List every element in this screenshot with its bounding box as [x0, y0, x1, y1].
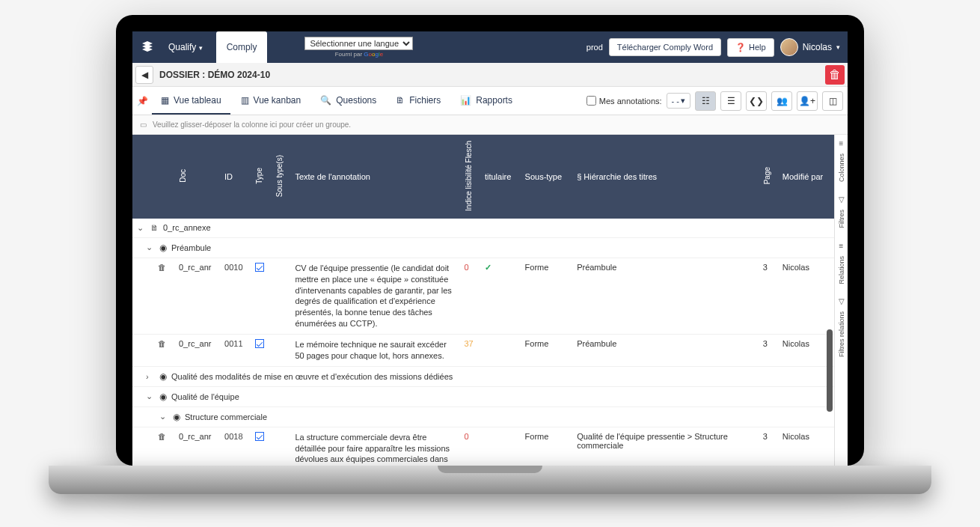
tab-fichiers[interactable]: 🗎 Fichiers: [387, 88, 450, 115]
tree-icon: ☷: [702, 96, 710, 106]
col-actions[interactable]: [153, 135, 174, 219]
navbar: Qualify ▾ Comply Sélectionner une langue…: [132, 31, 848, 63]
group-qualite-modalites-label: Qualité des modalités de mise en œuvre e…: [171, 372, 453, 381]
delete-button[interactable]: 🗑: [825, 65, 845, 85]
language-selector-wrap: Sélectionner une langue Fourni par Googl…: [304, 37, 413, 58]
file-icon: 🗎: [150, 223, 159, 232]
cell-page: 3: [759, 335, 778, 367]
chevron-right-icon[interactable]: ›: [146, 372, 155, 381]
tab-fichiers-label: Fichiers: [409, 95, 441, 106]
tab-vue-tableau-label: Vue tableau: [174, 95, 221, 106]
trash-icon[interactable]: 🗑: [158, 339, 166, 348]
tab-rapports-label: Rapports: [476, 95, 512, 106]
chevron-down-icon[interactable]: ⌄: [159, 412, 168, 421]
cell-doc: 0_rc_anr: [174, 258, 220, 334]
group-root-label: 0_rc_annexe: [163, 223, 211, 232]
group-root[interactable]: ⌄ 🗎 0_rc_annexe: [132, 219, 834, 238]
annotation-filter-select[interactable]: - - ▾: [667, 93, 690, 109]
col-doc[interactable]: Doc: [174, 135, 220, 219]
tab-rapports[interactable]: 📊 Rapports: [451, 88, 521, 115]
cell-hier: Préambule: [572, 258, 759, 334]
target-icon: ◉: [159, 392, 167, 402]
cell-soustype: Forme: [521, 258, 573, 334]
help-label: Help: [749, 43, 766, 52]
col-titulaire[interactable]: titulaire: [480, 135, 521, 219]
view-tabs-right: Mes annotations: - - ▾ ☷ ☰ ❮❯ 👥: [587, 91, 843, 111]
col-hier[interactable]: § Hiérarchie des titres: [572, 135, 759, 219]
group-qualite-equipe[interactable]: ⌄ ◉ Qualité de l'équipe: [132, 386, 834, 406]
cell-mod: Nicolas: [778, 427, 834, 466]
col-type[interactable]: Type: [251, 135, 271, 219]
chevron-down-icon: ▾: [836, 43, 840, 51]
nav-qualify[interactable]: Qualify ▾: [162, 37, 209, 57]
col-soustype[interactable]: Sous-type: [521, 135, 573, 219]
group-structure-commerciale[interactable]: ⌄ ◉ Structure commerciale: [132, 406, 834, 427]
group-drop-row[interactable]: ▭ Veuillez glisser-déposer la colonne ic…: [132, 115, 848, 135]
chevron-down-icon[interactable]: ⌄: [146, 243, 155, 252]
language-provider: Fourni par Google: [335, 51, 384, 58]
my-annotations-checkbox[interactable]: Mes annotations:: [587, 96, 662, 106]
rail-relations[interactable]: ≡ Relations: [838, 242, 845, 287]
view-mode-list-button[interactable]: ☰: [720, 91, 741, 111]
cell-hier: Qualité de l'équipe pressentie > Structu…: [572, 427, 759, 466]
rail-relations-label: Relations: [838, 253, 845, 287]
tab-questions[interactable]: 🔍 Questions: [311, 88, 385, 115]
trash-icon[interactable]: 🗑: [158, 263, 166, 272]
target-icon: ◉: [159, 371, 167, 382]
language-selector[interactable]: Sélectionner une langue: [304, 37, 413, 50]
grid-icon: ▦: [161, 95, 169, 106]
layout-icon: ◫: [829, 96, 837, 106]
col-page[interactable]: Page: [759, 135, 778, 219]
cell-flesch: 0: [465, 432, 469, 441]
navbar-right: prod Télécharger Comply Word ❓ Help Nico…: [587, 38, 840, 57]
view-mode-tree-button[interactable]: ☷: [695, 91, 716, 111]
user-menu[interactable]: Nicolas ▾: [780, 38, 840, 56]
col-soustypes[interactable]: Sous type(s): [271, 135, 290, 219]
nav-comply[interactable]: Comply: [216, 31, 268, 63]
trash-icon[interactable]: 🗑: [158, 432, 166, 441]
col-texte[interactable]: Texte de l'annotation: [290, 135, 459, 219]
help-button[interactable]: ❓ Help: [727, 38, 774, 57]
group-icon: ▭: [140, 121, 147, 129]
users-button[interactable]: 👥: [771, 91, 792, 111]
rail-colonnes[interactable]: ≡ Colonnes: [838, 139, 845, 185]
col-id[interactable]: ID: [220, 135, 251, 219]
relations-icon: ≡: [839, 242, 844, 250]
group-structure-commerciale-label: Structure commerciale: [185, 412, 267, 421]
table-wrapper[interactable]: Doc ID Type Sous type(s) Texte de l'anno…: [132, 135, 834, 466]
my-annotations-input[interactable]: [587, 96, 596, 106]
group-qualite-equipe-label: Qualité de l'équipe: [171, 392, 239, 401]
chart-icon: 📊: [460, 95, 471, 106]
group-preambule[interactable]: ⌄ ◉ Préambule: [132, 237, 834, 258]
search-icon: 🔍: [320, 95, 331, 106]
chevron-down-icon: ▾: [199, 44, 203, 52]
add-user-button[interactable]: 👤+: [797, 91, 818, 111]
side-rail: ≡ Colonnes ▽ Filtres ≡ Relations ▽ Filtr…: [834, 135, 848, 466]
funnel-icon: ▽: [839, 297, 845, 305]
table-row[interactable]: 🗑 0_rc_anr 0011 Le mémoire technique ne …: [132, 335, 834, 367]
share-button[interactable]: ❮❯: [746, 91, 767, 111]
table-row[interactable]: 🗑 0_rc_anr 0010 CV de l'équipe pressenti…: [132, 258, 834, 334]
col-flesch[interactable]: Indice lisibilité Flesch: [460, 135, 480, 219]
type-icon: [255, 263, 264, 272]
rail-filtres-relations[interactable]: ▽ Filtres relations: [838, 297, 845, 360]
type-icon: [255, 339, 264, 348]
group-qualite-modalites[interactable]: › ◉ Qualité des modalités de mise en œuv…: [132, 366, 834, 386]
chevron-down-icon[interactable]: ⌄: [137, 223, 146, 233]
type-icon: [255, 432, 264, 441]
col-expand[interactable]: [132, 135, 153, 219]
scrollbar[interactable]: [827, 329, 833, 412]
cell-annotation: CV de l'équipe pressentie (le candidat d…: [290, 258, 459, 334]
rail-filtres[interactable]: ▽ Filtres: [838, 195, 845, 231]
tab-vue-tableau[interactable]: ▦ Vue tableau: [152, 88, 230, 115]
pin-icon[interactable]: 📌: [137, 96, 149, 106]
download-button[interactable]: Télécharger Comply Word: [609, 38, 721, 56]
cell-soustype: Forme: [521, 335, 573, 367]
cell-flesch: 37: [465, 339, 474, 348]
back-button[interactable]: ◀: [135, 66, 153, 84]
table-row[interactable]: 🗑 0_rc_anr 0018 La structure commerciale…: [132, 427, 834, 466]
layout-button[interactable]: ◫: [822, 91, 843, 111]
chevron-down-icon[interactable]: ⌄: [146, 392, 155, 401]
col-mod[interactable]: Modifié par: [778, 135, 834, 219]
tab-vue-kanban[interactable]: ▥ Vue kanban: [232, 88, 310, 115]
